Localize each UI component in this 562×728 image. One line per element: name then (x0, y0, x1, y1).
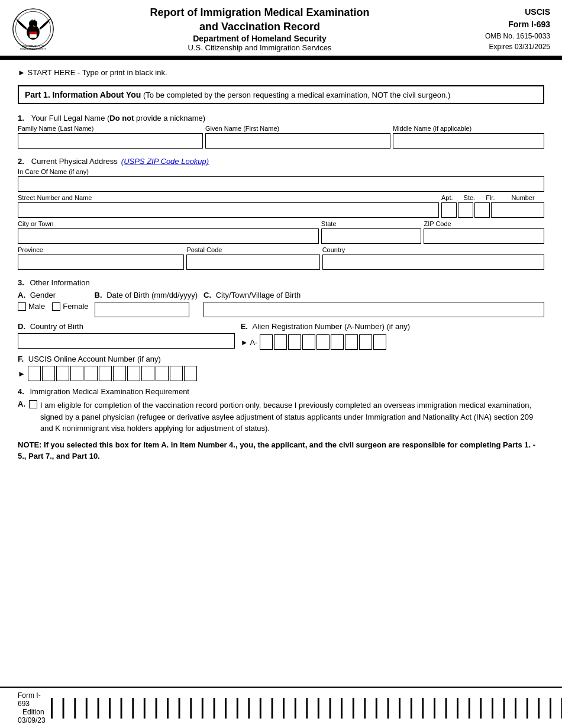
form-id: Form I-693 (456, 18, 550, 31)
uscis-box-6[interactable] (99, 366, 112, 381)
postal-field: Postal Code (186, 246, 319, 270)
ste-checkbox[interactable] (458, 202, 473, 218)
dept-label: Department of Homeland Security (64, 34, 456, 43)
middle-name-input[interactable] (393, 133, 544, 149)
alien-title: Alien Registration Number (A-Number) (if… (253, 322, 411, 331)
a-num-4[interactable] (302, 334, 315, 350)
a-num-3[interactable] (288, 334, 301, 350)
middle-label: Middle Name (if applicable) (393, 125, 544, 132)
usps-link[interactable]: (USPS ZIP Code Lookup) (121, 157, 209, 166)
a-num-7[interactable] (345, 334, 358, 350)
page: ★★★ DEPARTMENT OF HOMELAND SECURITY Repo… (0, 0, 562, 728)
a-num-2[interactable] (274, 334, 287, 350)
street-name-input[interactable] (18, 202, 439, 218)
dob-group: B. Date of Birth (mm/dd/yyyy) (95, 291, 198, 317)
male-checkbox[interactable] (18, 302, 26, 311)
state-input[interactable] (321, 228, 422, 244)
start-here-text: ► START HERE - Type or print in black in… (18, 68, 167, 77)
a-num-9[interactable] (373, 334, 386, 350)
a-num-8[interactable] (359, 334, 372, 350)
footer-form-label: Form I-693 Edition 03/09/23 (18, 691, 46, 724)
a-number-boxes (260, 334, 386, 350)
postal-input[interactable] (186, 255, 319, 270)
part1-title: Part 1. (25, 90, 50, 99)
female-label: Female (63, 302, 88, 311)
alien-label: E. (241, 322, 248, 331)
note-box: NOTE: If you selected this box for Item … (18, 439, 544, 462)
uscis-box-5[interactable] (85, 366, 98, 381)
country-birth-group: D. Country of Birth (18, 322, 235, 349)
province-input[interactable] (18, 255, 184, 270)
family-name-input[interactable] (18, 133, 203, 149)
name-row: Family Name (Last Name) Given Name (Firs… (18, 125, 544, 149)
male-option[interactable]: Male (18, 302, 45, 311)
province-row: Province Postal Code Country (18, 246, 544, 270)
address-fields: In Care Of Name (if any) Street Number a… (18, 168, 544, 270)
city-input[interactable] (18, 228, 319, 244)
female-option[interactable]: Female (52, 302, 88, 311)
section4-text: Immigration Medical Examination Requirem… (30, 387, 189, 396)
apt-checkbox[interactable] (441, 202, 457, 218)
country-label: Country (322, 246, 544, 253)
item-a-checkbox[interactable] (29, 400, 37, 408)
uscis-box-9[interactable] (141, 366, 154, 381)
given-name-input[interactable] (205, 133, 390, 149)
uscis-box-11[interactable] (170, 366, 183, 381)
header-center: Report of Immigration Medical Examinatio… (64, 6, 456, 52)
svg-rect-5 (30, 32, 37, 35)
uscis-box-4[interactable] (70, 366, 83, 381)
a-num-5[interactable] (316, 334, 330, 350)
apt-number-input[interactable] (491, 202, 544, 218)
item-a-text: I am eligible for completion of the vacc… (40, 400, 544, 434)
alien-inner: ► A- (241, 334, 544, 350)
uscis-box-12[interactable] (184, 366, 197, 381)
city-birth-title: City/Town/Village of Birth (216, 291, 301, 299)
a-num-6[interactable] (331, 334, 344, 350)
ste-label: Ste. (464, 194, 476, 201)
uscis-row: F. USCIS Online Account Number (if any) … (18, 355, 544, 381)
header: ★★★ DEPARTMENT OF HOMELAND SECURITY Repo… (0, 0, 562, 57)
uscis-boxes (28, 366, 197, 381)
dob-input[interactable] (95, 302, 189, 317)
section3: 3. Other Information A. Gender Male (18, 278, 544, 381)
given-name-field: Given Name (First Name) (205, 125, 390, 149)
state-field: State (321, 220, 422, 244)
zip-field: ZIP Code (424, 220, 544, 244)
city-birth-label: C. (204, 291, 211, 299)
city-birth-header: C. City/Town/Village of Birth (204, 291, 544, 299)
apt-labels: Apt. Ste. Flr. Number (441, 194, 535, 201)
report-title-line2: and Vaccination Record (64, 20, 456, 34)
uscis-box-8[interactable] (127, 366, 140, 381)
country-input[interactable] (322, 255, 544, 270)
section1-num: 1. (18, 114, 24, 123)
uscis-box-7[interactable] (113, 366, 126, 381)
dhs-logo: ★★★ DEPARTMENT OF HOMELAND SECURITY (12, 8, 54, 50)
flr-checkbox[interactable] (474, 202, 490, 218)
apt-label: Apt. (441, 194, 453, 201)
care-of-group: In Care Of Name (if any) (18, 168, 544, 192)
dob-header: B. Date of Birth (mm/dd/yyyy) (95, 291, 198, 299)
uscis-box-10[interactable] (156, 366, 169, 381)
zip-input[interactable] (424, 228, 544, 244)
street-row: Street Number and Name Apt. Ste. Flr. Nu… (18, 194, 544, 218)
province-label: Province (18, 246, 184, 253)
section2-num: 2. (18, 157, 24, 166)
country-birth-input[interactable] (18, 333, 235, 349)
country-birth-title: Country of Birth (30, 322, 83, 331)
care-of-label: In Care Of Name (if any) (18, 168, 544, 175)
gender-group: A. Gender Male Female (18, 291, 89, 311)
section3-num: 3. (18, 278, 24, 287)
uscis-box-2[interactable] (42, 366, 55, 381)
a-num-1[interactable] (260, 334, 273, 350)
item-a: A. I am eligible for completion of the v… (18, 400, 544, 434)
part1-info-title: Information About You (52, 90, 141, 99)
gender-options: Male Female (18, 302, 89, 311)
section2: 2. Current Physical Address (USPS ZIP Co… (18, 157, 544, 270)
care-of-input[interactable] (18, 176, 544, 192)
item-a-label: A. (18, 400, 25, 408)
section1-text: Your Full Legal Name (Do not provide a n… (31, 114, 205, 123)
uscis-box-3[interactable] (56, 366, 69, 381)
uscis-box-1[interactable] (28, 366, 41, 381)
female-checkbox[interactable] (52, 302, 60, 311)
city-birth-input[interactable] (204, 302, 544, 317)
